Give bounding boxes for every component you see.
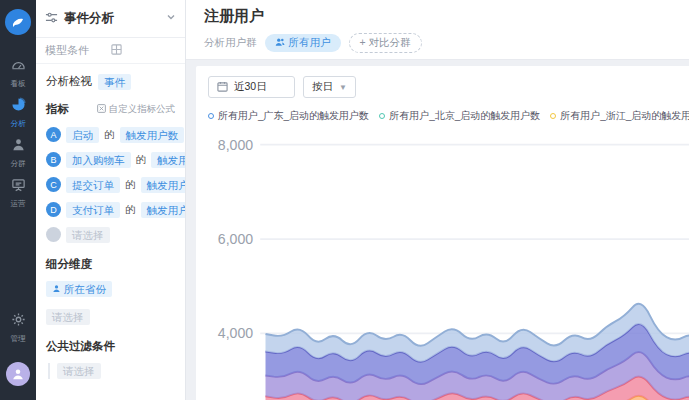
main-header: 注册用户 分析用户群 所有用户 + 对比分群: [186, 0, 689, 60]
sliders-icon: [45, 11, 58, 26]
indicator-connector: 的: [125, 178, 136, 192]
indicator-row-placeholder: 请选择: [46, 227, 175, 243]
sidebar-item-manage[interactable]: 管理: [10, 312, 26, 344]
custom-formula-link[interactable]: 自定义指标公式: [97, 103, 176, 116]
indicator-connector: 的: [136, 153, 147, 167]
legend-label: 所有用户_广东_启动的触发用户数: [218, 109, 369, 123]
user-group-pill[interactable]: 所有用户: [265, 34, 341, 52]
stacked-area-chart[interactable]: 02,0004,0006,0008,0002018/09/282018/10/0…: [196, 125, 689, 400]
analyze-group-label: 分析用户群: [204, 36, 257, 50]
analysis-icon: [11, 97, 26, 116]
nav-item-label: 运营: [10, 198, 25, 208]
sidebar-title: 事件分析: [64, 10, 166, 27]
granularity-select[interactable]: 按日 ▼: [303, 76, 356, 98]
svg-text:8,000: 8,000: [218, 137, 253, 153]
legend-label: 所有用户_浙江_启动的触发用户数: [560, 109, 689, 123]
model-condition-row[interactable]: 模型条件: [36, 38, 185, 64]
metric-tag[interactable]: 触发用户数: [141, 177, 186, 193]
metrics-title: 指标: [46, 102, 69, 117]
dashboard-icon: [11, 57, 26, 76]
sidebar-item-analysis[interactable]: 分析: [10, 97, 26, 129]
operation-icon: [11, 177, 26, 196]
legend-item[interactable]: 所有用户_广东_启动的触发用户数: [208, 109, 369, 123]
indicator-connector: 的: [125, 203, 136, 217]
svg-text:6,000: 6,000: [218, 231, 253, 247]
user-avatar[interactable]: [6, 362, 30, 386]
analysis-view-label: 分析检视: [46, 74, 92, 89]
grid-icon[interactable]: [111, 44, 177, 57]
nav-item-label: 分群: [10, 158, 25, 168]
indicator-letter-badge: D: [46, 202, 61, 217]
chart-card: 近30日 按日 ▼ 所有用户_广: [196, 66, 689, 400]
dimension-tag[interactable]: 所在省份: [46, 281, 112, 297]
nav-rail: 看板分析分群运营 管理: [0, 0, 36, 400]
filter-placeholder[interactable]: 请选择: [57, 363, 101, 379]
fx-icon: [97, 104, 106, 115]
sidebar-item-operation[interactable]: 运营: [10, 177, 26, 209]
indicator-letter-badge: B: [46, 152, 61, 167]
analysis-sidebar: 事件分析 模型条件 分析检视 事件 指标 自定义指标公式: [36, 0, 186, 400]
analysis-view-row: 分析检视 事件: [46, 74, 175, 90]
indicator-row: C提交订单的触发用户数: [46, 177, 175, 193]
nav-item-label: 看板: [10, 78, 25, 88]
legend-dot-icon: [550, 113, 556, 119]
event-tag[interactable]: 提交订单: [66, 177, 120, 193]
indicator-row: A启动的触发用户数: [46, 127, 175, 143]
legend-dot-icon: [208, 113, 214, 119]
nav-item-label: 分析: [10, 118, 25, 128]
event-tag[interactable]: 加入购物车: [66, 152, 131, 168]
event-tag[interactable]: 支付订单: [66, 202, 120, 218]
app-logo-icon[interactable]: [5, 9, 31, 35]
analysis-view-tag[interactable]: 事件: [98, 74, 131, 90]
person-icon: [52, 283, 61, 295]
model-condition-label: 模型条件: [45, 43, 111, 58]
legend-label: 所有用户_北京_启动的触发用户数: [389, 109, 540, 123]
gear-icon: [11, 312, 26, 331]
sidebar-item-dashboard[interactable]: 看板: [10, 57, 26, 89]
metric-tag[interactable]: 触发用户数: [151, 152, 185, 168]
indicator-placeholder-tag[interactable]: 请选择: [66, 227, 110, 243]
legend-item[interactable]: 所有用户_浙江_启动的触发用户数: [550, 109, 689, 123]
filter-title: 公共过滤条件: [46, 339, 175, 354]
indicator-letter-badge: [46, 227, 61, 242]
users-icon: [275, 37, 285, 49]
main-area: 注册用户 分析用户群 所有用户 + 对比分群: [186, 0, 689, 400]
compare-group-pill[interactable]: + 对比分群: [349, 33, 422, 53]
legend-row: 所有用户_广东_启动的触发用户数所有用户_北京_启动的触发用户数所有用户_浙江_…: [196, 102, 689, 125]
indicator-row: B加入购物车的触发用户数: [46, 152, 175, 168]
dimension-title: 细分维度: [46, 257, 175, 272]
sidebar-header[interactable]: 事件分析: [36, 0, 185, 38]
date-range-picker[interactable]: 近30日: [208, 76, 295, 98]
segments-icon: [11, 137, 26, 156]
event-tag[interactable]: 启动: [66, 127, 99, 143]
app-window: 看板分析分群运营 管理 事件分析: [0, 0, 689, 400]
indicator-connector: 的: [104, 128, 115, 142]
sidebar-item-segments[interactable]: 分群: [10, 137, 26, 169]
metric-tag[interactable]: 触发用户数: [120, 127, 185, 143]
indicator-row: D支付订单的触发用户数: [46, 202, 175, 218]
caret-down-icon: ▼: [339, 83, 347, 92]
dimension-placeholder[interactable]: 请选择: [46, 309, 90, 325]
svg-text:4,000: 4,000: [218, 325, 253, 341]
metric-tag[interactable]: 触发用户数: [141, 202, 186, 218]
legend-dot-icon: [379, 113, 385, 119]
indicator-letter-badge: A: [46, 127, 61, 142]
chevron-down-icon[interactable]: [166, 12, 176, 24]
nav-manage-label: 管理: [10, 333, 25, 343]
indicator-letter-badge: C: [46, 177, 61, 192]
calendar-icon: [217, 81, 228, 94]
legend-item[interactable]: 所有用户_北京_启动的触发用户数: [379, 109, 540, 123]
page-title: 注册用户: [204, 7, 689, 26]
